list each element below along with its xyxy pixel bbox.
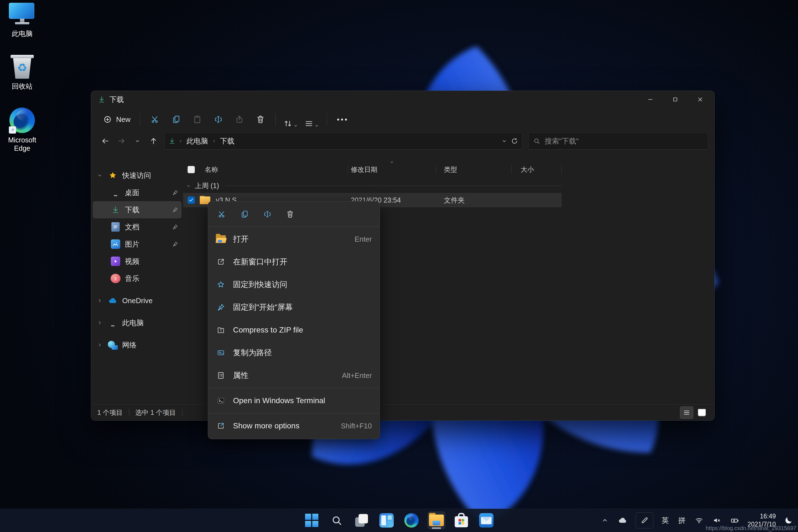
mail-icon <box>479 513 493 528</box>
copy-button[interactable] <box>166 111 187 128</box>
group-label: 上周 (1) <box>195 181 219 190</box>
row-checkbox-checked[interactable] <box>188 196 195 204</box>
menu-item-show-more-options[interactable]: Show more options Shift+F10 <box>208 415 380 437</box>
forward-button[interactable] <box>113 133 129 149</box>
new-button[interactable]: New <box>98 111 135 128</box>
delete-button[interactable] <box>282 206 298 222</box>
sidebar-label: 图片 <box>125 240 139 249</box>
context-menu-quick-actions <box>208 203 380 225</box>
sidebar-item-downloads[interactable]: 下载 <box>93 201 182 218</box>
new-button-label: New <box>116 115 131 124</box>
sidebar-item-desktop[interactable]: 桌面 <box>93 184 182 201</box>
desktop-icon-recycle-bin[interactable]: ♻ 回收站 <box>4 55 40 90</box>
back-button[interactable] <box>97 133 113 149</box>
sidebar-label: 视频 <box>125 256 139 266</box>
search-input[interactable] <box>544 137 704 146</box>
sidebar-label: 桌面 <box>125 188 139 197</box>
menu-item-pin-to-quick-access[interactable]: 固定到快速访问 <box>208 273 380 296</box>
plus-circle-icon <box>103 115 112 124</box>
address-bar[interactable]: 此电脑 下载 <box>164 132 522 150</box>
wifi-icon[interactable] <box>694 513 704 528</box>
rename-button[interactable] <box>260 206 275 222</box>
sidebar-item-pictures[interactable]: 图片 <box>93 235 182 253</box>
address-dropdown-icon[interactable] <box>501 138 507 144</box>
downloads-icon <box>111 206 120 214</box>
sidebar-item-onedrive[interactable]: OneDrive <box>93 292 182 309</box>
tray-overflow-button[interactable] <box>600 513 610 528</box>
sidebar-item-videos[interactable]: 视频 <box>93 253 182 270</box>
windows-ink-pen-button[interactable] <box>635 512 653 528</box>
view-button[interactable] <box>301 111 322 128</box>
details-view-button[interactable] <box>680 406 693 419</box>
sidebar-item-documents[interactable]: 文档 <box>93 218 182 235</box>
desktop-icon-edge[interactable]: Microsoft Edge <box>4 108 40 152</box>
mail-button[interactable] <box>477 512 495 529</box>
recent-locations-button[interactable] <box>129 133 146 149</box>
file-explorer-button[interactable] <box>428 512 445 529</box>
paste-button[interactable] <box>187 111 208 128</box>
up-button[interactable] <box>146 133 162 149</box>
open-new-window-icon <box>216 258 226 266</box>
delete-button[interactable] <box>250 111 271 128</box>
thumbnail-view-icon <box>698 409 706 416</box>
chevron-down-icon <box>186 184 191 188</box>
column-header-type[interactable]: 类型 <box>436 165 512 174</box>
select-all-checkbox[interactable] <box>183 165 199 174</box>
onedrive-tray-icon[interactable] <box>617 513 628 528</box>
share-button[interactable] <box>229 111 250 128</box>
menu-item-copy-as-path[interactable]: 复制为路径 <box>208 341 380 364</box>
running-indicator <box>432 527 441 529</box>
shortcut-arrow-icon <box>9 126 16 134</box>
sidebar-label: 快速访问 <box>122 171 151 180</box>
sort-icon <box>283 119 292 128</box>
cut-button[interactable] <box>214 206 230 222</box>
column-header-size[interactable]: 大小 <box>512 165 562 174</box>
search-icon <box>533 137 540 145</box>
copy-button[interactable] <box>237 206 252 222</box>
column-header-date-modified[interactable]: 修改日期 <box>348 165 436 174</box>
search-box[interactable] <box>528 132 708 150</box>
desktop-icon-this-pc[interactable]: 此电脑 <box>4 3 40 38</box>
menu-item-open-in-windows-terminal[interactable]: Open in Windows Terminal <box>208 389 380 412</box>
maximize-button[interactable] <box>663 91 688 108</box>
desktop-folder-icon <box>111 189 120 196</box>
minimize-button[interactable] <box>638 91 663 108</box>
chevron-right-icon <box>96 320 103 326</box>
column-header-name[interactable]: 名称 <box>199 165 348 174</box>
task-view-button[interactable] <box>353 512 370 529</box>
large-icons-view-button[interactable] <box>696 406 708 418</box>
shortcut-hint: Shift+F10 <box>341 422 372 430</box>
microsoft-store-button[interactable] <box>453 512 470 529</box>
menu-item-compress-to-zip[interactable]: Compress to ZIP file <box>208 319 380 341</box>
search-button[interactable] <box>328 512 345 529</box>
see-more-button[interactable] <box>331 111 353 128</box>
terminal-icon <box>216 397 226 405</box>
menu-item-open-in-new-window[interactable]: 在新窗口中打开 <box>208 250 380 273</box>
menu-item-open[interactable]: 打开 Enter <box>208 228 380 250</box>
start-button[interactable] <box>303 512 321 529</box>
breadcrumb-downloads[interactable]: 下载 <box>219 136 235 147</box>
widgets-button[interactable] <box>378 512 395 529</box>
sidebar-item-this-pc[interactable]: 此电脑 <box>93 314 182 331</box>
copy-path-icon <box>216 348 226 357</box>
group-header-last-week[interactable]: 上周 (1) <box>186 181 562 190</box>
edge-button[interactable] <box>403 512 420 529</box>
sidebar-item-quick-access[interactable]: 快速访问 <box>93 167 182 184</box>
toolbar-separator <box>327 113 327 126</box>
sidebar-item-network[interactable]: 网络 <box>93 336 182 354</box>
edge-icon <box>404 513 419 528</box>
sidebar-item-music[interactable]: ♪ 音乐 <box>93 270 182 287</box>
desktop-icon-label: 此电脑 <box>12 30 33 38</box>
sort-button[interactable] <box>280 111 301 128</box>
ime-pinyin-indicator[interactable]: 拼 <box>677 513 687 528</box>
rename-button[interactable] <box>208 111 229 128</box>
breadcrumb-this-pc[interactable]: 此电脑 <box>185 136 209 147</box>
refresh-icon[interactable] <box>511 137 518 145</box>
menu-item-properties[interactable]: 属性 Alt+Enter <box>208 364 380 387</box>
cut-button[interactable] <box>145 111 166 128</box>
ime-english-indicator[interactable]: 英 <box>661 513 670 528</box>
file-type: 文件夹 <box>436 196 512 205</box>
menu-item-pin-to-start[interactable]: 固定到"开始"屏幕 <box>208 296 380 319</box>
downloads-icon <box>98 96 106 103</box>
close-button[interactable] <box>688 91 712 108</box>
